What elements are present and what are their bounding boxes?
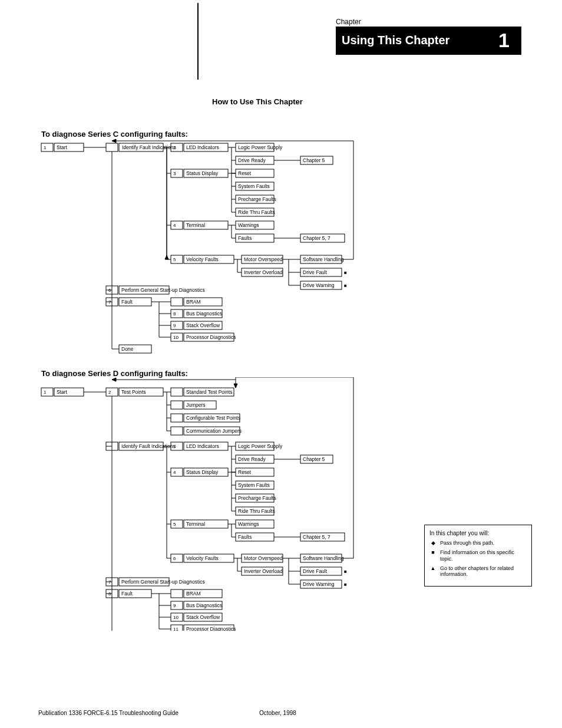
footer-page-number: 1-1 — [0, 0, 524, 716]
page: Chapter Using This Chapter 1 How to Use … — [0, 0, 562, 728]
